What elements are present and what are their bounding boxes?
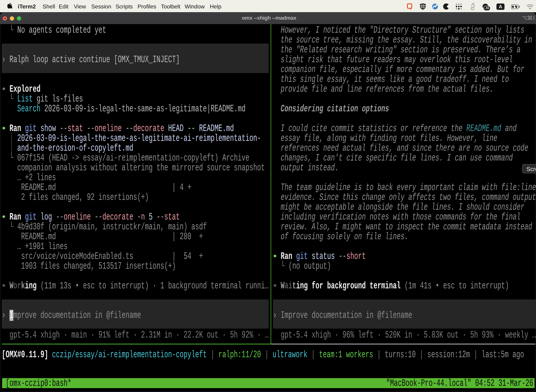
svg-text:1: 1 <box>532 16 535 20</box>
